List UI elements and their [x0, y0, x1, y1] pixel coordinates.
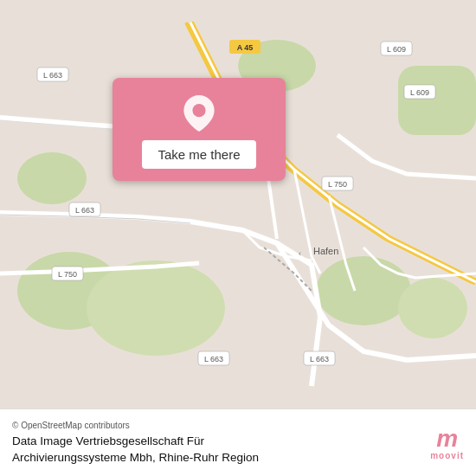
app-container: A 45 A 45 L 663 L 663 L 663 L 663 L 609 … [0, 0, 476, 476]
info-left: © OpenStreetMap contributors Data Image … [12, 421, 420, 466]
take-me-there-button[interactable]: Take me there [142, 140, 255, 169]
svg-text:L 663: L 663 [310, 355, 329, 363]
svg-text:Hafen: Hafen [313, 246, 338, 256]
osm-credit: © OpenStreetMap contributors [12, 421, 420, 430]
svg-text:L 609: L 609 [387, 45, 406, 54]
svg-text:L 663: L 663 [204, 355, 223, 363]
map-area[interactable]: A 45 A 45 L 663 L 663 L 663 L 663 L 609 … [0, 0, 476, 408]
svg-text:L 663: L 663 [75, 206, 94, 215]
svg-point-3 [17, 152, 87, 204]
svg-text:A 45: A 45 [237, 43, 254, 52]
svg-text:L 609: L 609 [410, 88, 429, 97]
svg-point-5 [398, 278, 467, 338]
svg-point-30 [192, 104, 205, 117]
moovit-label: moovit [430, 451, 464, 460]
svg-text:‹: ‹ [299, 249, 301, 258]
location-name: Data Image Vertriebsgesellschaft FürArch… [12, 434, 420, 466]
svg-point-2 [87, 261, 225, 356]
moovit-m-letter: m [436, 427, 458, 451]
popup-overlay: Take me there [113, 78, 286, 181]
location-pin-icon [181, 95, 217, 132]
svg-point-4 [316, 256, 411, 325]
svg-text:L 750: L 750 [58, 270, 77, 279]
moovit-logo: m moovit [430, 427, 464, 460]
svg-text:L 663: L 663 [43, 71, 62, 80]
svg-rect-6 [398, 66, 476, 135]
map-svg: A 45 A 45 L 663 L 663 L 663 L 663 L 609 … [0, 0, 476, 408]
info-panel: © OpenStreetMap contributors Data Image … [0, 408, 476, 476]
svg-text:L 750: L 750 [328, 180, 347, 189]
